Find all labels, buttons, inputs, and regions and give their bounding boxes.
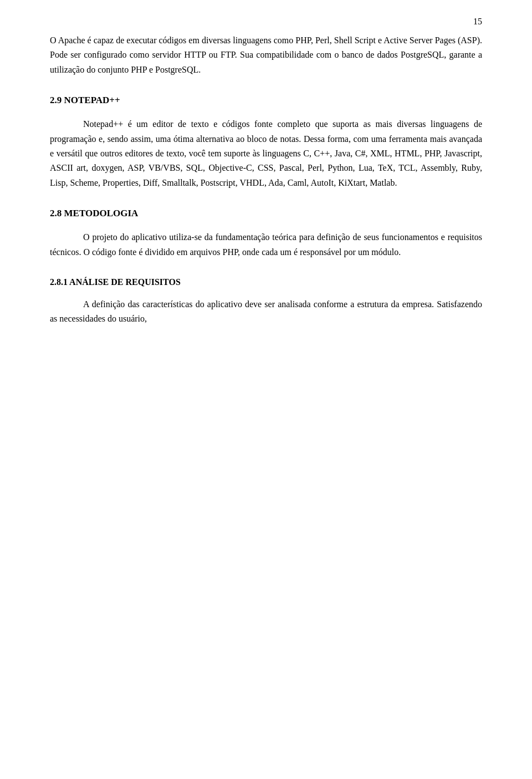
notepad-section: 2.9 NOTEPAD++ Notepad++ é um editor de t… <box>50 95 482 190</box>
page-container: 15 O Apache é capaz de executar códigos … <box>0 0 532 779</box>
analise-text: A definição das características do aplic… <box>50 297 482 327</box>
analise-section: 2.8.1 ANÁLISE DE REQUISITOS A definição … <box>50 277 482 327</box>
notepad-heading: 2.9 NOTEPAD++ <box>50 95 482 106</box>
metodologia-heading: 2.8 METODOLOGIA <box>50 208 482 219</box>
intro-paragraph: O Apache é capaz de executar códigos em … <box>50 33 482 77</box>
analise-heading: 2.8.1 ANÁLISE DE REQUISITOS <box>50 277 482 287</box>
page-number: 15 <box>473 17 482 27</box>
metodologia-text: O projeto do aplicativo utiliza-se da fu… <box>50 230 482 259</box>
intro-text: O Apache é capaz de executar códigos em … <box>50 33 482 77</box>
analise-paragraph: A definição das características do aplic… <box>50 297 482 327</box>
notepad-paragraph: Notepad++ é um editor de texto e códigos… <box>50 117 482 190</box>
notepad-text: Notepad++ é um editor de texto e códigos… <box>50 117 482 190</box>
metodologia-paragraph: O projeto do aplicativo utiliza-se da fu… <box>50 230 482 259</box>
metodologia-section: 2.8 METODOLOGIA O projeto do aplicativo … <box>50 208 482 259</box>
